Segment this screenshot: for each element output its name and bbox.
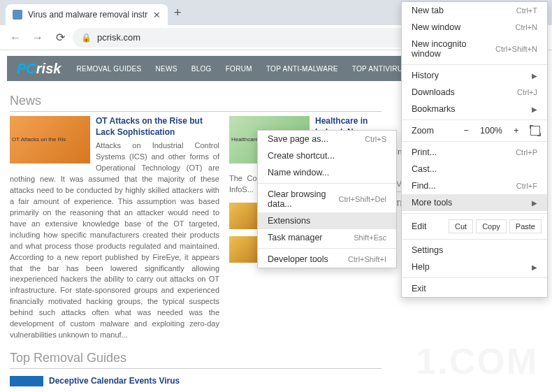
shortcut: Ctrl+Shift+N [495,45,537,53]
menu-history[interactable]: History▶ [402,67,547,84]
label: Help [412,262,430,272]
menu-clear-browsing-data[interactable]: Clear browsing data...Ctrl+Shift+Del [258,186,396,212]
separator [402,141,547,142]
fullscreen-icon[interactable] [530,126,540,136]
url-text: pcrisk.com [97,32,140,43]
menu-downloads[interactable]: DownloadsCtrl+J [402,84,547,101]
label: Save page as... [268,134,328,144]
chevron-right-icon: ▶ [532,72,537,80]
chevron-right-icon: ▶ [532,106,537,113]
label: Downloads [412,87,455,97]
menu-more-tools[interactable]: More tools▶ [402,194,547,211]
menu-help[interactable]: Help▶ [402,259,547,275]
shortcut: Ctrl+S [365,135,386,143]
menu-create-shortcut[interactable]: Create shortcut... [258,147,396,164]
logo-part-b: risk [36,61,61,76]
browser-tab[interactable]: Virus and malware removal instr ✕ [6,4,168,25]
zoom-in-button[interactable]: + [509,126,523,136]
snippet-title[interactable]: Deceptive Calendar Events Virus [49,376,180,386]
chevron-right-icon: ▶ [532,199,537,207]
label: New incognito window [412,39,495,59]
nav-blog[interactable]: BLOG [186,65,217,73]
zoom-value: 100% [480,126,502,136]
label: History [412,71,439,80]
separator [402,64,547,65]
article-body: Attacks on Industrial Control Systems (I… [10,141,219,339]
label: Find... [412,181,436,191]
label: Bookmarks [412,104,456,114]
snippet-thumb[interactable] [10,376,43,386]
label: Extensions [268,216,310,226]
shortcut: Ctrl+F [516,182,537,190]
menu-print[interactable]: Print...Ctrl+P [402,144,547,161]
logo-part-a: PC [17,61,36,76]
shortcut: Shift+Esc [354,233,386,242]
tab-favicon [13,10,22,20]
menu-exit[interactable]: Exit [402,280,547,297]
nav-news[interactable]: NEWS [150,65,183,73]
menu-task-manager[interactable]: Task managerShift+Esc [258,229,396,246]
chrome-main-menu: New tabCtrl+T New windowCtrl+N New incog… [401,1,548,298]
label: New window [412,22,460,32]
menu-new-tab[interactable]: New tabCtrl+T [402,2,547,19]
menu-save-page[interactable]: Save page as...Ctrl+S [258,131,396,147]
label: More tools [412,198,452,208]
label: Name window... [268,168,329,177]
chevron-right-icon: ▶ [532,263,537,271]
site-logo[interactable]: PCrisk [7,61,71,77]
lock-icon: 🔒 [81,33,92,43]
separator [402,277,547,278]
menu-name-window[interactable]: Name window... [258,164,396,181]
new-tab-button[interactable]: + [168,3,187,22]
label: Cast... [412,164,437,174]
nav-removal-guides[interactable]: REMOVAL GUIDES [71,65,147,73]
menu-find[interactable]: Find...Ctrl+F [402,177,547,194]
label: Task manager [268,233,323,242]
paste-button[interactable]: Paste [509,219,542,233]
label: Print... [412,147,437,157]
news-heading: News [10,94,382,112]
copy-button[interactable]: Copy [476,219,507,233]
reload-button[interactable]: ⟳ [50,28,70,48]
shortcut: Ctrl+Shift+Del [339,195,386,203]
menu-extensions[interactable]: Extensions [258,212,396,229]
nav-forum[interactable]: FORUM [220,65,258,73]
article-thumb[interactable]: OT Attacks on the Ris [10,116,90,164]
zoom-label: Zoom [412,126,434,136]
shortcut: Ctrl+P [516,148,537,157]
menu-new-window[interactable]: New windowCtrl+N [402,19,547,36]
zoom-out-button[interactable]: − [459,126,473,136]
top-removal-heading: Top Removal Guides [10,351,382,369]
menu-incognito[interactable]: New incognito windowCtrl+Shift+N [402,36,547,62]
nav-top-anti-malware[interactable]: TOP ANTI-MALWARE [261,65,344,73]
shortcut: Ctrl+J [517,88,537,96]
menu-bookmarks[interactable]: Bookmarks▶ [402,101,547,117]
menu-settings[interactable]: Settings [402,242,547,259]
forward-button[interactable]: → [28,28,48,48]
watermark: 1.COM [416,340,538,382]
shortcut: Ctrl+T [516,6,537,15]
label: Developer tools [268,254,328,264]
shortcut: Ctrl+N [516,23,537,31]
menu-edit-row: Edit Cut Copy Paste [402,216,547,237]
shortcut: Ctrl+Shift+I [348,255,386,263]
menu-cast[interactable]: Cast... [402,161,547,177]
label: Clear browsing data... [268,189,339,209]
label: Exit [412,284,426,293]
close-icon[interactable]: ✕ [153,10,161,20]
label: Create shortcut... [268,151,335,161]
back-button[interactable]: ← [6,28,25,48]
separator [402,239,547,240]
cut-button[interactable]: Cut [449,219,473,233]
label: New tab [412,6,444,15]
more-tools-submenu: Save page as...Ctrl+S Create shortcut...… [257,130,397,268]
tab-title: Virus and malware removal instr [28,10,147,20]
menu-zoom-row: Zoom − 100% + [402,122,547,139]
separator [402,119,547,120]
label: Settings [412,245,443,255]
separator [402,213,547,214]
separator [258,183,396,184]
menu-developer-tools[interactable]: Developer toolsCtrl+Shift+I [258,251,396,268]
edit-label: Edit [412,222,427,231]
separator [258,248,396,249]
